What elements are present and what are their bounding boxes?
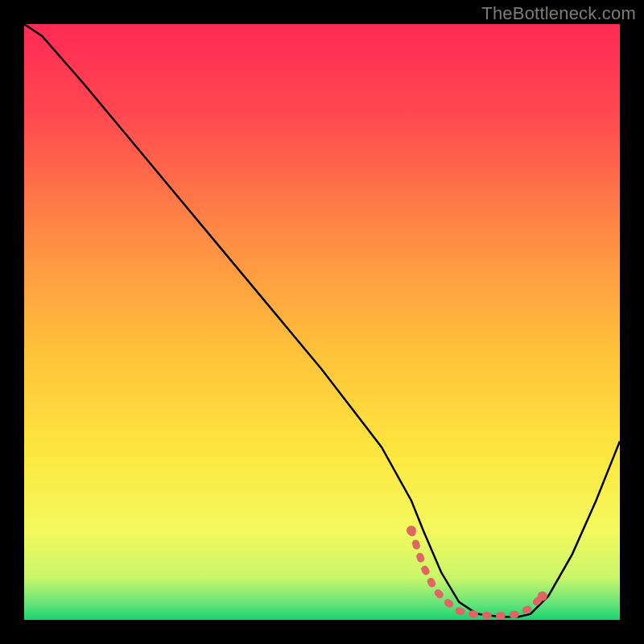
plot-background [24, 24, 620, 620]
watermark-text: TheBottleneck.com [481, 3, 636, 24]
bottleneck-chart [0, 0, 644, 644]
chart-container: TheBottleneck.com [0, 0, 644, 644]
svg-point-0 [407, 526, 416, 535]
svg-point-1 [538, 591, 547, 601]
